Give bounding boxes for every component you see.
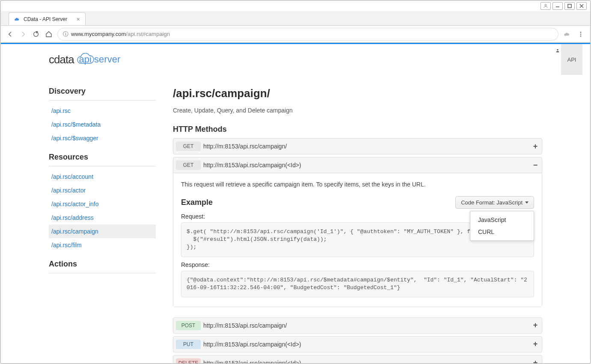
svg-point-0 (545, 4, 546, 6)
url-bar[interactable]: ⓘ www.mycompany.com/api.rst#campaign (57, 28, 558, 41)
sidebar-heading-resources: Resources (49, 153, 156, 166)
example-heading: Example (181, 198, 213, 207)
user-icon (555, 48, 560, 53)
method-header[interactable]: DELETEhttp://m:8153/api.rsc/campaign(<Id… (173, 355, 542, 363)
expand-icon[interactable]: + (529, 358, 542, 363)
method-row: PUThttp://m:8153/api.rsc/campaign(<Id>)+ (173, 336, 542, 352)
caret-down-icon (525, 201, 529, 204)
response-code: {"@odata.context":"http://m:8153/api.rsc… (181, 271, 534, 297)
method-badge: DELETE (176, 358, 201, 363)
methods-heading: HTTP Methods (173, 125, 542, 134)
app-header: cdata api server admin API (1, 44, 590, 75)
sidebar-link[interactable]: /api.rsc/$metadata (49, 118, 156, 131)
dropdown-item[interactable]: CURL (470, 226, 534, 238)
cloud-icon (14, 16, 20, 22)
method-description: This request will retrieve a specific ca… (181, 181, 534, 188)
dropdown-item[interactable]: JavaScript (470, 214, 534, 226)
response-label: Response: (181, 261, 534, 268)
sidebar-heading-discovery: Discovery (49, 87, 156, 101)
url-path: /api.rst#campaign (126, 31, 170, 37)
forward-button[interactable] (19, 30, 27, 38)
cloud-sync-icon[interactable] (563, 30, 571, 38)
site-info-icon[interactable]: ⓘ (63, 30, 68, 38)
menu-button[interactable] (576, 30, 585, 38)
page-viewport: cdata api server admin API Discovery /ap… (1, 43, 590, 363)
method-body: This request will retrieve a specific ca… (173, 173, 542, 307)
user-icon-button[interactable] (541, 2, 551, 10)
sidebar-link[interactable]: /api.rsc/$swagger (49, 131, 156, 145)
maximize-button[interactable] (564, 2, 575, 10)
browser-window: CData - API Server × ⓘ www.mycompany.com… (0, 0, 591, 364)
tab-title: CData - API Server (24, 16, 67, 22)
api-nav-tab[interactable]: API (561, 44, 582, 75)
page-subtitle: Create, Update, Query, and Delete campai… (173, 107, 542, 114)
sidebar-link[interactable]: /api.rsc/account (49, 170, 156, 183)
svg-point-8 (557, 49, 558, 50)
url-host: www.mycompany.com (71, 31, 126, 37)
main-content: /api.rsc/campaign/ Create, Update, Query… (173, 87, 542, 363)
logo-subtext: api server (79, 54, 121, 65)
method-url: http://m:8153/api.rsc/campaign/ (203, 322, 529, 329)
logo-text: cdata (49, 53, 74, 66)
sidebar: Discovery /api.rsc/api.rsc/$metadata/api… (49, 87, 156, 363)
browser-tab-bar: CData - API Server × (1, 11, 590, 26)
sidebar-link[interactable]: /api.rsc/actor (49, 183, 156, 197)
method-header[interactable]: GEThttp://m:8153/api.rsc/campaign/+ (173, 139, 542, 154)
sidebar-link[interactable]: /api.rsc/film (49, 238, 156, 252)
close-window-button[interactable] (576, 2, 587, 10)
method-url: http://m:8153/api.rsc/campaign/ (203, 143, 529, 150)
code-format-menu: JavaScriptCURL (470, 211, 534, 241)
code-format-dropdown[interactable]: Code Format: JavaScript (455, 196, 534, 209)
browser-tab[interactable]: CData - API Server × (9, 12, 86, 25)
reload-button[interactable] (32, 30, 40, 38)
method-badge: PUT (176, 340, 201, 349)
expand-icon[interactable]: + (529, 340, 542, 349)
collapse-icon[interactable]: − (529, 161, 542, 170)
sidebar-link[interactable]: /api.rsc/address (49, 211, 156, 225)
method-badge: GET (176, 142, 201, 151)
expand-icon[interactable]: + (529, 321, 542, 330)
svg-rect-2 (568, 4, 571, 8)
discovery-links: /api.rsc/api.rsc/$metadata/api.rsc/$swag… (49, 104, 156, 145)
window-title-bar (1, 1, 590, 11)
method-badge: POST (176, 321, 201, 330)
methods-list: GEThttp://m:8153/api.rsc/campaign/+GETht… (173, 138, 542, 363)
sidebar-link[interactable]: /api.rsc/campaign (49, 225, 156, 238)
svg-point-7 (580, 36, 582, 37)
method-row: GEThttp://m:8153/api.rsc/campaign(<Id>)−… (173, 157, 542, 307)
resources-links: /api.rsc/account/api.rsc/actor/api.rsc/a… (49, 170, 156, 252)
method-header[interactable]: PUThttp://m:8153/api.rsc/campaign(<Id>)+ (173, 337, 542, 352)
back-button[interactable] (6, 30, 15, 38)
home-button[interactable] (45, 30, 53, 38)
method-row: DELETEhttp://m:8153/api.rsc/campaign(<Id… (173, 355, 542, 363)
expand-icon[interactable]: + (529, 142, 542, 151)
method-badge: GET (176, 160, 201, 170)
close-tab-icon[interactable]: × (77, 16, 80, 23)
method-url: http://m:8153/api.rsc/campaign(<Id>) (203, 360, 529, 363)
svg-point-5 (580, 32, 582, 33)
sidebar-link[interactable]: /api.rsc (49, 104, 156, 118)
browser-nav-bar: ⓘ www.mycompany.com/api.rst#campaign (1, 26, 590, 43)
method-header[interactable]: GEThttp://m:8153/api.rsc/campaign(<Id>)− (173, 157, 542, 173)
method-row: GEThttp://m:8153/api.rsc/campaign/+ (173, 138, 542, 154)
method-header[interactable]: POSThttp://m:8153/api.rsc/campaign/+ (173, 318, 542, 333)
page-scroll[interactable]: cdata api server admin API Discovery /ap… (1, 44, 590, 363)
sidebar-link[interactable]: /api.rsc/actor_info (49, 197, 156, 211)
svg-point-6 (580, 33, 582, 35)
method-url: http://m:8153/api.rsc/campaign(<Id>) (203, 162, 529, 169)
sidebar-heading-actions: Actions (49, 260, 156, 273)
method-row: POSThttp://m:8153/api.rsc/campaign/+ (173, 317, 542, 334)
method-url: http://m:8153/api.rsc/campaign(<Id>) (203, 341, 529, 348)
page-title: /api.rsc/campaign/ (173, 87, 542, 100)
logo: cdata api server (49, 53, 120, 66)
minimize-button[interactable] (552, 2, 563, 10)
